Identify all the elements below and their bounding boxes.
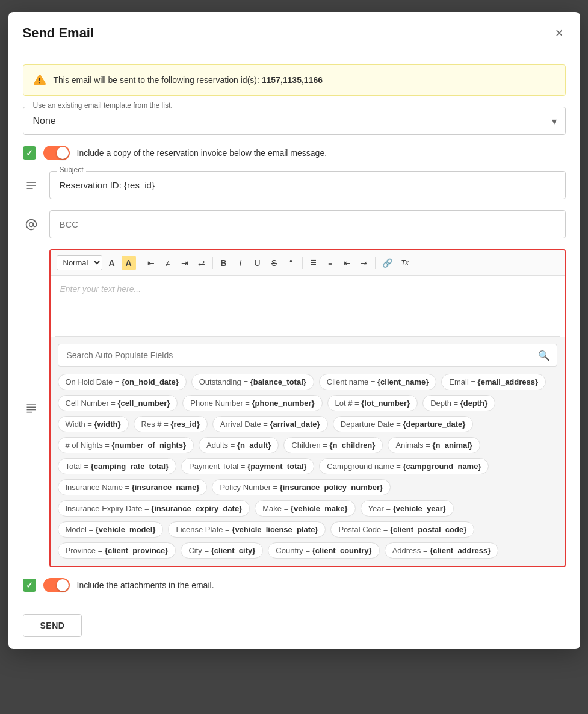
list-item[interactable]: City = {client_city} (181, 542, 263, 559)
modal-header: Send Email × (8, 12, 580, 52)
list-item[interactable]: Make = {vehicle_make} (255, 500, 355, 517)
attachments-checkbox[interactable]: ✓ (23, 579, 36, 592)
toggle-knob (57, 147, 69, 159)
list-item[interactable]: Client name = {client_name} (319, 374, 436, 390)
send-email-modal: Send Email × This email will be sent to … (8, 12, 580, 649)
list-item[interactable]: Insurance Name = {insurance_name} (58, 479, 208, 495)
subject-icon (23, 179, 40, 191)
subject-row: Subject (23, 171, 566, 199)
subject-field-label: Subject (57, 166, 86, 174)
bcc-wrapper (49, 210, 566, 238)
unordered-list-button[interactable]: ≡ (323, 256, 338, 270)
subject-field-wrapper: Subject (49, 171, 566, 199)
italic-button[interactable]: I (234, 256, 248, 270)
invoice-toggle-row: ✓ Include a copy of the reservation invo… (23, 146, 566, 160)
modal-footer: SEND (8, 604, 580, 649)
attachments-toggle-label: Include the attachments in the email. (77, 580, 214, 590)
list-item[interactable]: Total = {camping_rate_total} (58, 458, 177, 474)
bcc-input[interactable] (49, 210, 566, 238)
list-item[interactable]: Width = {width} (58, 416, 129, 432)
attachments-toggle-knob (57, 579, 69, 591)
list-item[interactable]: On Hold Date = {on_hold_date} (58, 374, 187, 390)
editor-row: Normal A A ⇤ ≠ ⇥ ⇄ B I U S “ (23, 249, 566, 567)
modal-body: This email will be sent to the following… (8, 52, 580, 604)
list-item[interactable]: Cell Number = {cell_number} (58, 395, 178, 411)
checkmark-icon: ✓ (26, 148, 33, 158)
list-item[interactable]: Depth = {depth} (422, 395, 495, 411)
list-item[interactable]: Province = {client_province} (58, 542, 176, 559)
list-item[interactable]: Email = {email_address} (441, 374, 546, 390)
highlight-button[interactable]: A (122, 256, 136, 270)
attachments-checkmark-icon: ✓ (26, 580, 33, 590)
list-item[interactable]: # of Nights = {number_of_nights} (58, 437, 194, 453)
alert-banner: This email will be sent to the following… (23, 64, 566, 96)
list-item[interactable]: Campground name = {campground_name} (319, 458, 489, 474)
warning-icon (33, 73, 46, 87)
list-item[interactable]: Adults = {n_adult} (199, 437, 279, 453)
toolbar-divider-2 (212, 257, 213, 269)
list-item[interactable]: Payment Total = {payment_total} (181, 458, 314, 474)
template-select-wrapper: Use an existing email template from the … (23, 107, 566, 135)
list-item[interactable]: Model = {vehicle_model} (58, 521, 164, 538)
template-select[interactable]: NoneTemplate 1Template 2 (23, 107, 565, 134)
modal-title: Send Email (23, 25, 94, 41)
list-item[interactable]: Children = {n_children} (283, 437, 383, 453)
list-item[interactable]: Phone Number = {phone_number} (182, 395, 322, 411)
editor-wrapper: Normal A A ⇤ ≠ ⇥ ⇄ B I U S “ (49, 249, 566, 567)
list-item[interactable]: Arrival Date = {arrival_date} (212, 416, 328, 432)
font-color-button[interactable]: A (105, 256, 119, 270)
align-justify-button[interactable]: ⇄ (194, 256, 209, 270)
svg-point-5 (29, 222, 33, 226)
list-item[interactable]: Postal Code = {client_postal_code} (330, 521, 474, 538)
list-item[interactable]: Animals = {n_animal} (388, 437, 480, 453)
ordered-list-button[interactable]: ☰ (306, 256, 321, 270)
search-field-wrapper: 🔍 (58, 344, 557, 367)
toolbar-divider-4 (375, 257, 376, 269)
list-item[interactable]: Policy Number = {insurance_policy_number… (212, 479, 391, 495)
modal-overlay: Send Email × This email will be sent to … (0, 0, 588, 714)
alert-text: This email will be sent to the following… (54, 75, 323, 85)
subject-input[interactable] (50, 172, 565, 199)
list-item[interactable]: Lot # = {lot_number} (327, 395, 418, 411)
close-button[interactable]: × (553, 24, 566, 42)
template-select-label: Use an existing email template from the … (31, 101, 175, 110)
underline-button[interactable]: U (250, 256, 265, 270)
format-select[interactable]: Normal (57, 255, 102, 270)
list-item[interactable]: Departure Date = {departure_date} (333, 416, 474, 432)
indent-more-button[interactable]: ⇥ (357, 256, 371, 270)
align-center-button[interactable]: ≠ (161, 256, 175, 270)
search-icon: 🔍 (538, 350, 550, 361)
list-item[interactable]: License Plate = {vehicle_license_plate} (168, 521, 326, 538)
at-icon (23, 219, 40, 231)
toolbar-divider-3 (302, 257, 303, 269)
bcc-row (23, 210, 566, 238)
auto-populate-section: 🔍 On Hold Date = {on_hold_date}Outstandi… (51, 337, 565, 566)
indent-less-button[interactable]: ⇤ (340, 256, 354, 270)
align-right-button[interactable]: ⇥ (178, 256, 192, 270)
list-item[interactable]: Outstanding = {balance_total} (191, 374, 314, 390)
strikethrough-button[interactable]: S (267, 256, 282, 270)
attachments-toggle[interactable] (43, 578, 70, 592)
editor-icon (23, 402, 40, 414)
list-item[interactable]: Year = {vehicle_year} (361, 500, 454, 517)
align-left-button[interactable]: ⇤ (144, 256, 158, 270)
toolbar-divider-1 (140, 257, 140, 269)
tags-container: On Hold Date = {on_hold_date}Outstanding… (58, 374, 557, 559)
list-item[interactable]: Insurance Expiry Date = {insurance_expir… (58, 500, 250, 517)
invoice-toggle-label: Include a copy of the reservation invoic… (77, 148, 327, 158)
send-button[interactable]: SEND (23, 614, 82, 637)
list-item[interactable]: Address = {client_address} (385, 542, 499, 559)
editor-toolbar: Normal A A ⇤ ≠ ⇥ ⇄ B I U S “ (51, 250, 565, 276)
editor-content[interactable]: Enter your text here... (51, 276, 565, 336)
clear-format-button[interactable]: Tx (398, 256, 412, 270)
reservation-ids: 1157,1135,1166 (262, 75, 323, 85)
invoice-toggle[interactable] (43, 146, 70, 160)
auto-populate-search[interactable] (58, 344, 557, 367)
attachments-toggle-row: ✓ Include the attachments in the email. (23, 578, 566, 592)
list-item[interactable]: Country = {client_country} (268, 542, 379, 559)
link-button[interactable]: 🔗 (379, 256, 395, 270)
invoice-checkbox[interactable]: ✓ (23, 146, 36, 160)
blockquote-button[interactable]: “ (284, 256, 299, 270)
bold-button[interactable]: B (217, 256, 231, 270)
list-item[interactable]: Res # = {res_id} (134, 416, 208, 432)
